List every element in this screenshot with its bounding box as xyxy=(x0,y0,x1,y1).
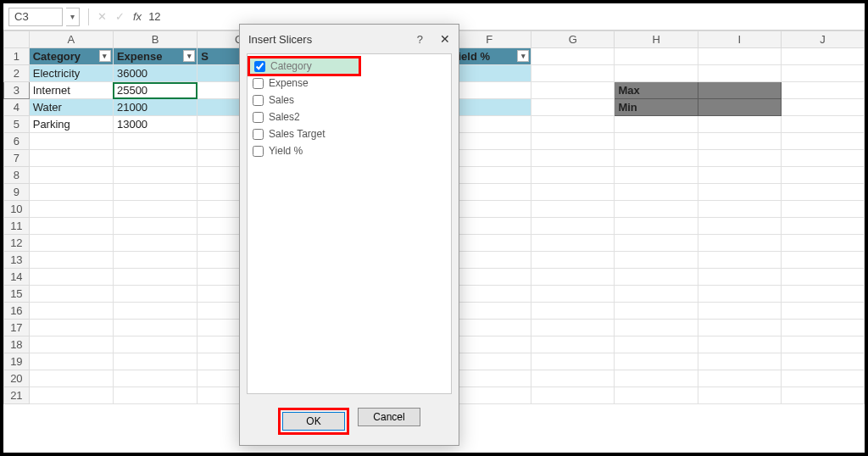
col-header[interactable]: B xyxy=(113,31,197,48)
cell[interactable]: Category▾ xyxy=(29,48,113,65)
cell[interactable] xyxy=(615,387,698,404)
cell[interactable] xyxy=(448,303,531,320)
cell[interactable] xyxy=(615,269,698,286)
cell[interactable] xyxy=(531,303,615,320)
col-header[interactable]: J xyxy=(781,31,864,48)
cell[interactable] xyxy=(531,387,615,404)
cell[interactable] xyxy=(29,269,113,286)
cell[interactable] xyxy=(448,252,531,269)
cell[interactable] xyxy=(448,184,531,201)
cell[interactable] xyxy=(781,303,864,320)
row-header[interactable]: 13 xyxy=(4,252,30,269)
cell[interactable] xyxy=(113,303,197,320)
row-header[interactable]: 7 xyxy=(4,150,30,167)
cell[interactable]: 36000 xyxy=(113,65,197,82)
row-header[interactable]: 19 xyxy=(4,353,30,370)
help-icon[interactable]: ? xyxy=(417,33,423,46)
cell[interactable] xyxy=(615,150,698,167)
name-box-dropdown[interactable]: ▾ xyxy=(66,8,80,26)
cell[interactable] xyxy=(698,320,781,336)
row-header[interactable]: 6 xyxy=(4,133,30,150)
slicer-field-row[interactable]: Expense xyxy=(248,75,451,92)
cell[interactable] xyxy=(615,184,698,201)
cell[interactable] xyxy=(698,99,781,116)
cell[interactable] xyxy=(113,336,197,353)
cell[interactable] xyxy=(698,65,781,82)
cell[interactable] xyxy=(29,235,113,252)
cell[interactable] xyxy=(531,286,615,303)
cell[interactable] xyxy=(615,252,698,269)
cell[interactable] xyxy=(781,184,864,201)
cell[interactable] xyxy=(113,150,197,167)
slicer-field-checkbox[interactable] xyxy=(253,146,264,157)
cell[interactable] xyxy=(531,370,615,387)
cell[interactable] xyxy=(698,184,781,201)
cell[interactable] xyxy=(448,336,531,353)
cell[interactable] xyxy=(531,269,615,286)
cell[interactable] xyxy=(448,218,531,235)
cell[interactable] xyxy=(29,133,113,150)
cell[interactable] xyxy=(615,235,698,252)
formula-bar-input[interactable]: 12 xyxy=(148,10,172,23)
cell[interactable] xyxy=(698,218,781,235)
col-header[interactable]: F xyxy=(448,31,531,48)
row-header[interactable]: 15 xyxy=(4,286,30,303)
cell[interactable] xyxy=(448,286,531,303)
fx-icon[interactable]: fx xyxy=(133,10,142,23)
accept-formula-icon[interactable]: ✓ xyxy=(115,10,125,23)
cell[interactable] xyxy=(113,252,197,269)
cell[interactable] xyxy=(113,218,197,235)
cell[interactable] xyxy=(698,167,781,184)
cell[interactable] xyxy=(781,201,864,218)
row-header[interactable]: 12 xyxy=(4,235,30,252)
dialog-titlebar[interactable]: Insert Slicers ? ✕ xyxy=(240,25,459,53)
cell[interactable] xyxy=(531,167,615,184)
cell[interactable] xyxy=(615,286,698,303)
cell[interactable] xyxy=(781,150,864,167)
row-header[interactable]: 5 xyxy=(4,116,30,133)
cell[interactable] xyxy=(531,218,615,235)
cell[interactable] xyxy=(781,116,864,133)
cell[interactable] xyxy=(698,303,781,320)
cell[interactable] xyxy=(113,235,197,252)
cancel-button[interactable]: Cancel xyxy=(358,408,420,426)
slicer-field-checkbox[interactable] xyxy=(253,112,264,123)
cell[interactable]: Yield %▾ xyxy=(448,48,531,65)
cell[interactable] xyxy=(531,252,615,269)
cell[interactable] xyxy=(531,353,615,370)
cell[interactable] xyxy=(448,370,531,387)
cell[interactable] xyxy=(698,150,781,167)
cell[interactable] xyxy=(448,82,531,99)
cell[interactable] xyxy=(448,150,531,167)
cell[interactable] xyxy=(448,116,531,133)
cell[interactable] xyxy=(781,320,864,336)
cell[interactable] xyxy=(448,133,531,150)
slicer-field-row[interactable]: Yield % xyxy=(248,142,451,159)
cell[interactable] xyxy=(448,201,531,218)
cell[interactable] xyxy=(113,167,197,184)
row-header[interactable]: 14 xyxy=(4,269,30,286)
cell[interactable] xyxy=(698,336,781,353)
cell[interactable] xyxy=(615,133,698,150)
cell[interactable] xyxy=(615,370,698,387)
cell[interactable] xyxy=(781,387,864,404)
cell[interactable] xyxy=(113,353,197,370)
row-header[interactable]: 17 xyxy=(4,320,30,336)
cell[interactable] xyxy=(29,218,113,235)
cell[interactable] xyxy=(113,269,197,286)
cell[interactable]: Electricity xyxy=(29,65,113,82)
cell[interactable] xyxy=(615,167,698,184)
cell[interactable] xyxy=(531,184,615,201)
cell[interactable] xyxy=(615,48,698,65)
slicer-field-row[interactable]: Sales Target xyxy=(248,125,451,142)
cell[interactable] xyxy=(29,370,113,387)
cell[interactable] xyxy=(531,336,615,353)
cell[interactable] xyxy=(615,116,698,133)
cell[interactable]: 25500 xyxy=(113,82,197,99)
cell[interactable] xyxy=(615,218,698,235)
cell[interactable] xyxy=(698,252,781,269)
cell[interactable] xyxy=(698,82,781,99)
cell[interactable]: Max xyxy=(615,82,698,99)
cell[interactable] xyxy=(781,286,864,303)
cell[interactable]: 13000 xyxy=(113,116,197,133)
